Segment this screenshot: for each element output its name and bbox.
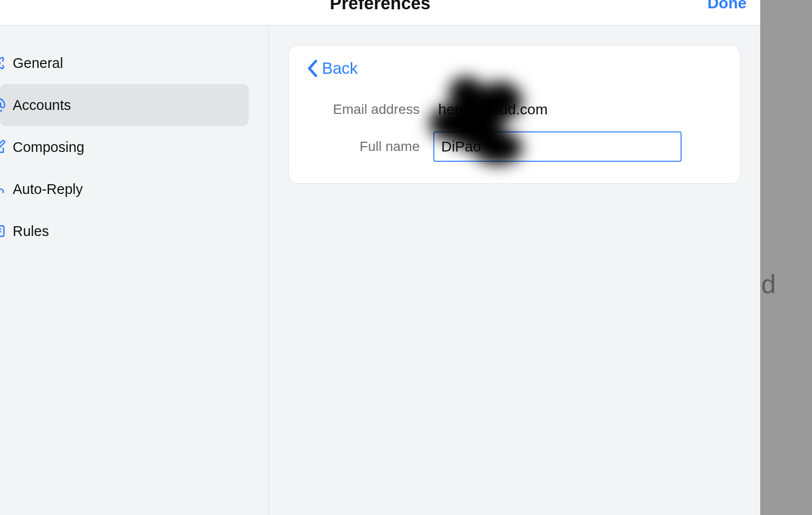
gear-icon [0,55,6,71]
done-button[interactable]: Done [707,0,747,12]
preferences-window: Preferences Done General [0,0,760,515]
sidebar-item-label: Composing [13,139,85,155]
email-label: Email address [306,102,433,117]
back-label: Back [322,59,358,78]
email-value: hen@icloud.com [433,101,548,118]
at-sign-icon [0,97,6,113]
header-bar: Preferences Done [0,0,760,25]
body-area: General Accounts Compo [0,25,760,515]
rules-icon [0,223,6,239]
account-detail-card: Back Email address hen@icloud.com Full n… [288,45,741,184]
sidebar-item-rules[interactable]: Rules [0,210,249,252]
sidebar-item-composing[interactable]: Composing [0,126,249,168]
sidebar-item-auto-reply[interactable]: Auto-Reply [0,168,249,210]
main-panel: Back Email address hen@icloud.com Full n… [269,25,760,515]
sidebar-item-label: General [13,55,63,71]
background-partial-text: d [761,269,776,299]
email-row: Email address hen@icloud.com [306,101,723,118]
sidebar-item-accounts[interactable]: Accounts [0,84,249,126]
sidebar: General Accounts Compo [0,25,269,515]
fullname-input[interactable] [433,131,682,162]
chevron-left-icon [306,60,318,77]
sidebar-item-general[interactable]: General [0,42,249,84]
back-button[interactable]: Back [306,59,358,78]
sidebar-item-label: Auto-Reply [13,181,83,197]
sidebar-item-label: Accounts [13,97,71,113]
fullname-row: Full name [306,131,723,162]
fullname-label: Full name [306,139,433,154]
pencil-icon [0,139,6,155]
sidebar-item-label: Rules [13,223,49,239]
page-title: Preferences [330,0,430,14]
reply-icon [0,181,6,197]
